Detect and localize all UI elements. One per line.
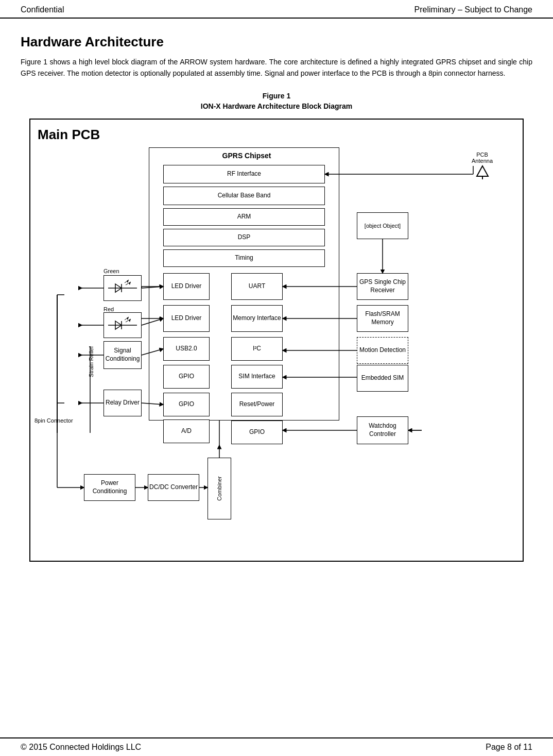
- signal-conditioning-label: Signal Conditioning: [104, 347, 141, 363]
- reset-power-label: Reset/Power: [239, 400, 275, 409]
- embedded-sim-block: Embedded SIM: [357, 365, 408, 392]
- header-left: Confidential: [21, 5, 64, 14]
- embedded-sim-label: Embedded SIM: [361, 374, 404, 382]
- timing-block: Timing: [163, 249, 325, 267]
- watchdog-controller-label: Watchdog Controller: [357, 422, 408, 438]
- relay-driver-label: Relay Driver: [106, 399, 140, 407]
- svg-marker-0: [477, 166, 488, 176]
- page-header: Confidential Preliminary – Subject to Ch…: [0, 0, 553, 19]
- gps-chip-block: GPS Single Chip Receiver: [357, 273, 408, 300]
- motion-detection-label: Motion Detection: [359, 346, 406, 355]
- led-driver-2-label: LED Driver: [171, 314, 202, 323]
- usb2-block: USB2.0: [163, 337, 210, 361]
- figure-title: Figure 1: [21, 92, 532, 100]
- pcb-antenna: PCBAntenna: [472, 152, 493, 179]
- gpio-3-label: GPIO: [249, 428, 265, 436]
- power-conditioning-label: Power Conditioning: [84, 479, 135, 495]
- usb2-label: USB2.0: [176, 345, 197, 353]
- reset-power-block: Reset/Power: [231, 393, 283, 416]
- flash-sram-label: Flash/SRAM Memory: [357, 310, 408, 326]
- green-led-box: [103, 275, 142, 301]
- gprs-chipset-label: GPRS Chipset: [154, 151, 339, 160]
- header-right: Preliminary – Subject to Change: [414, 5, 532, 14]
- green-label: Green: [103, 268, 119, 274]
- gpio-1-block: GPIO: [163, 365, 210, 389]
- led-driver-2-block: LED Driver: [163, 305, 210, 332]
- timing-label: Timing: [235, 254, 253, 262]
- intro-text: Figure 1 shows a high level block diagra…: [21, 56, 532, 79]
- uart-label: UART: [249, 282, 265, 291]
- ad-block: A/D: [163, 419, 210, 443]
- gpio-2-block: GPIO: [163, 393, 210, 416]
- figure-subtitle: ION-X Hardware Architecture Block Diagra…: [21, 102, 532, 110]
- gpio-1-label: GPIO: [179, 373, 194, 381]
- memory-interface-block: Memory Interface: [231, 305, 283, 332]
- led-driver-1-label: LED Driver: [171, 282, 202, 291]
- signal-conditioning-block: Signal Conditioning: [103, 341, 142, 369]
- block-diagram: Main PCB PCBAntenna GPRS Chipset RF Inte…: [29, 119, 524, 562]
- flash-sram-block: Flash/SRAM Memory: [357, 305, 408, 332]
- relay-driver-block: Relay Driver: [103, 390, 142, 416]
- page-title: Hardware Architecture: [21, 34, 532, 50]
- combiner-label: Combiner: [216, 476, 223, 501]
- led-driver-1-block: LED Driver: [163, 273, 210, 300]
- dsp-block: DSP: [163, 229, 325, 246]
- sim-interface-label: SIM Interface: [238, 373, 275, 381]
- power-conditioning-block: Power Conditioning: [84, 474, 135, 501]
- dsp-label: DSP: [238, 233, 251, 242]
- motion-detection-block: Motion Detection: [357, 337, 408, 364]
- gpio-2-label: GPIO: [179, 400, 194, 409]
- patch-antenna-label: [object Object]: [365, 222, 401, 229]
- gps-chip-label: GPS Single Chip Receiver: [357, 278, 408, 294]
- footer-left: © 2015 Connected Holdings LLC: [21, 743, 141, 752]
- uart-block: UART: [231, 273, 283, 300]
- i2c-block: I²C: [231, 337, 283, 361]
- dc-dc-converter-label: DC/DC Converter: [149, 483, 198, 492]
- arm-block: ARM: [163, 208, 325, 226]
- ad-label: A/D: [181, 427, 192, 435]
- 8pin-connector-label: 8pin Connector: [34, 417, 73, 424]
- page-footer: © 2015 Connected Holdings LLC Page 8 of …: [0, 737, 553, 756]
- red-label: Red: [103, 306, 114, 312]
- footer-right: Page 8 of 11: [486, 743, 532, 752]
- pcb-antenna-label: PCBAntenna: [472, 152, 493, 164]
- memory-interface-label: Memory Interface: [233, 314, 281, 323]
- rf-interface-block: RF Interface: [163, 165, 325, 183]
- red-led-box: [103, 312, 142, 338]
- cellular-base-band-label: Cellular Base Band: [218, 192, 271, 200]
- cellular-base-band-block: Cellular Base Band: [163, 187, 325, 205]
- gpio-3-block: GPIO: [231, 421, 283, 444]
- main-content: Hardware Architecture Figure 1 shows a h…: [0, 19, 553, 577]
- arm-label: ARM: [237, 213, 251, 221]
- rf-interface-label: RF Interface: [227, 170, 261, 178]
- strain-relief-label: Strain Relief: [88, 346, 94, 377]
- main-pcb-label: Main PCB: [38, 127, 100, 143]
- sim-interface-block: SIM Interface: [231, 365, 283, 389]
- patch-antenna-block: [object Object]: [357, 212, 408, 239]
- combiner-block: Combiner: [208, 458, 231, 519]
- watchdog-controller-block: Watchdog Controller: [357, 416, 408, 444]
- dc-dc-converter-block: DC/DC Converter: [148, 474, 199, 501]
- i2c-label: I²C: [253, 345, 261, 353]
